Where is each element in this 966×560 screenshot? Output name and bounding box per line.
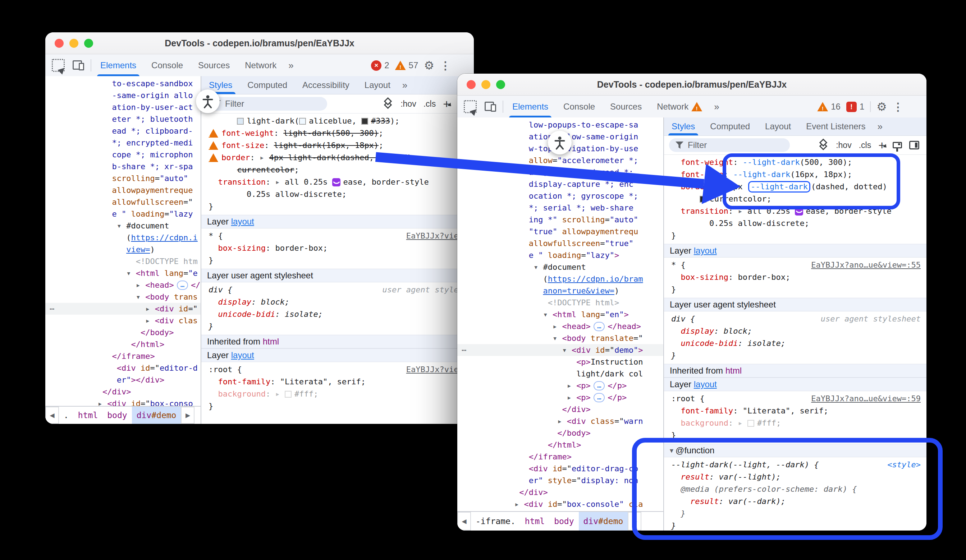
tree-line[interactable]: ▾ <html lang="en"> — [457, 309, 663, 321]
breadcrumb-item[interactable]: div#demo — [579, 512, 628, 531]
tree-line[interactable]: </html> — [457, 439, 663, 451]
tab-elements[interactable]: Elements — [505, 95, 556, 118]
style-line[interactable]: :root {EaYBJJx?view= — [209, 364, 468, 376]
tab-styles[interactable]: Styles — [664, 118, 703, 136]
titlebar[interactable]: DevTools - codepen.io/bramus/pen/EaYBJJx — [45, 32, 474, 54]
tab-console[interactable]: Console — [556, 95, 603, 118]
more-tabs-icon[interactable]: » — [284, 54, 297, 77]
tree-line[interactable]: ▸ <div class="warn — [457, 415, 663, 427]
tree-line[interactable]: ▸ <head>…</head> — [457, 321, 663, 332]
tree-line[interactable]: eter *; bluetooth — [45, 113, 200, 125]
style-line[interactable]: font-size: --light-dark(16px, 18px); — [671, 169, 921, 181]
style-line[interactable]: border: ▸ 4px --light-dark(dashed, dotte… — [671, 181, 921, 193]
tree-line[interactable]: er"></div> — [45, 374, 200, 386]
tree-line[interactable]: e " loading="lazy — [45, 208, 200, 220]
row-more-icon[interactable]: ⋯ — [462, 344, 467, 356]
style-line[interactable]: box-sizing: border-box; — [671, 271, 921, 283]
breadcrumb-back-button[interactable]: ◀ — [457, 512, 471, 531]
style-line[interactable]: result: var(--light); — [671, 471, 921, 483]
section-header[interactable]: Layer layout — [664, 378, 927, 391]
tree-line[interactable]: <!DOCTYPE html> — [457, 297, 663, 309]
tree-line[interactable]: -same-origin allo — [45, 90, 200, 101]
error-badge-icon[interactable]: × — [371, 61, 381, 71]
tab-network[interactable]: Network — [237, 54, 284, 77]
tree-line[interactable]: ⋯▸ <div id=" — [45, 303, 200, 314]
new-style-rule-icon[interactable]: + — [878, 140, 886, 151]
tab-sources[interactable]: Sources — [191, 54, 237, 77]
tree-line[interactable]: b-share *; xr-spa — [45, 160, 200, 172]
breadcrumb-item[interactable]: html — [520, 512, 549, 531]
warning-badge-icon[interactable]: ! — [817, 102, 828, 111]
tree-line[interactable]: ▾ <body trans — [45, 291, 200, 303]
tree-line[interactable]: allowfullscreen=" — [45, 196, 200, 208]
style-line[interactable]: background: ▸ #fff; — [671, 417, 921, 429]
tree-line[interactable]: ⋯▾ <div id="demo"> — [457, 344, 663, 356]
style-line[interactable]: } — [209, 400, 468, 413]
section-header[interactable]: Inherited from html — [664, 364, 927, 378]
style-line[interactable]: !font-size: light-dark(16px, 18px); — [209, 139, 468, 152]
style-line[interactable]: } — [671, 429, 921, 442]
breadcrumb-item[interactable]: . — [59, 407, 73, 424]
tree-line[interactable]: low-popups-to-escape-sa — [457, 119, 663, 131]
style-line[interactable]: font-family: "Literata", serif; — [671, 405, 921, 417]
style-line[interactable]: @media (prefers-color-scheme: dark) { — [671, 483, 921, 495]
breadcrumb-item[interactable]: -iframe. — [471, 512, 520, 531]
style-line[interactable]: !font-weight: light-dark(500, 300); — [209, 127, 468, 139]
tree-line[interactable]: ▾ <body translate=" — [457, 332, 663, 344]
tree-line[interactable]: ▾ <html lang="e — [45, 267, 200, 279]
style-line[interactable]: light-dark(aliceblue, #333); — [209, 115, 468, 127]
breadcrumb-forward-button[interactable]: ▶ — [181, 407, 194, 424]
tree-line[interactable]: <p>Instruction — [457, 356, 663, 368]
tree-line[interactable]: ▸ <div clas — [45, 314, 200, 326]
tree-line[interactable]: allowfullscreen="true" — [457, 237, 663, 249]
tree-line[interactable]: anon=true&view=) — [457, 285, 663, 297]
tree-line[interactable]: </html> — [45, 338, 200, 350]
tab-elements[interactable]: Elements — [93, 54, 144, 77]
tree-line[interactable]: ing *" scrolling="auto" — [457, 214, 663, 226]
tree-line[interactable]: </div> — [457, 486, 663, 498]
tree-line[interactable]: ▾ #document — [45, 220, 200, 232]
tree-line[interactable]: allow="accelerometer *; — [457, 154, 663, 166]
row-more-icon[interactable]: ⋯ — [49, 303, 55, 314]
style-line[interactable]: font-weight: --light-dark(500, 300); — [671, 156, 921, 169]
style-line[interactable]: --light-dark(--light, --dark) {<style> — [671, 459, 921, 471]
tree-line[interactable]: scrolling="auto" — [45, 172, 200, 184]
rule-source-link[interactable]: user agent stylesheet — [815, 313, 921, 325]
tree-line[interactable]: ocation *; gyroscope *; — [457, 190, 663, 202]
tree-line[interactable]: light/dark col — [457, 368, 663, 380]
rule-source-link[interactable]: EaYBJJx?ano…ue&view=:59 — [805, 393, 921, 405]
tree-line[interactable]: <div id="editor-drag-co — [457, 463, 663, 475]
section-header[interactable]: Layer user agent stylesheet — [664, 298, 927, 311]
tree-line[interactable]: ▸ <head>…</h — [45, 279, 200, 291]
kebab-menu-icon[interactable]: ⋮ — [893, 101, 904, 113]
style-line[interactable]: * {EaYBJJx?ano…ue&view=:55 — [671, 259, 921, 271]
settings-gear-icon[interactable]: ⚙ — [876, 100, 887, 113]
tree-line[interactable]: ▸ <div id="box-conso — [45, 398, 200, 406]
style-line[interactable]: display: block; — [671, 325, 921, 337]
tab-layout[interactable]: Layout — [757, 118, 798, 136]
tree-line[interactable]: ead *; clipboard- — [45, 125, 200, 137]
breadcrumb-item[interactable]: html — [73, 407, 102, 424]
style-line[interactable]: background: ▸ #fff; — [209, 388, 468, 400]
style-line[interactable]: 0.25s allow-discrete; — [209, 188, 468, 200]
tree-line[interactable]: to-escape-sandbox — [45, 78, 200, 90]
style-line[interactable]: * {EaYBJJx?view= — [209, 230, 468, 242]
style-line[interactable]: } — [671, 520, 921, 531]
tree-line[interactable]: </iframe> — [45, 350, 200, 362]
cls-toggle[interactable]: .cls — [424, 99, 436, 109]
section-header[interactable]: Inherited from html — [201, 335, 474, 349]
dock-sidebar-icon[interactable] — [909, 141, 919, 149]
filter-input[interactable]: Filter — [206, 97, 327, 111]
tree-line[interactable]: ▸ <div id="box-console" cla — [457, 498, 663, 510]
element-states-icon[interactable] — [818, 140, 829, 151]
tree-line[interactable]: ▸ <p>…</p> — [457, 380, 663, 391]
hov-toggle[interactable]: :hov — [401, 99, 416, 109]
issues-badge-icon[interactable]: ! — [846, 102, 857, 112]
inspect-element-icon[interactable] — [464, 100, 477, 113]
section-header[interactable]: Layer layout — [201, 349, 474, 362]
style-line[interactable]: !border: ▸ 4px light-dark(dashed, dotted… — [209, 152, 468, 164]
style-line[interactable]: display: block; — [209, 296, 468, 308]
breadcrumb-item[interactable]: div#demo — [132, 407, 181, 424]
style-line[interactable]: } — [671, 283, 921, 296]
tree-line[interactable]: </body> — [457, 427, 663, 439]
